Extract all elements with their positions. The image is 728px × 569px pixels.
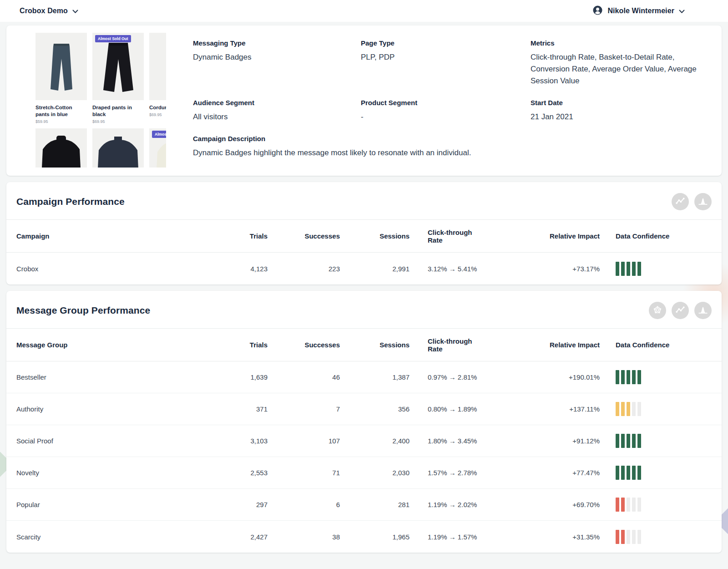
confidence-bar (621, 370, 625, 384)
confidence-bars (616, 466, 712, 480)
column-header: Sessions (340, 341, 410, 349)
field-label: Product Segment (361, 99, 531, 107)
confidence-bar (627, 434, 630, 448)
confidence-bar (627, 530, 630, 544)
column-header: Message Group (16, 341, 179, 349)
cell-trials: 4,123 (179, 265, 268, 273)
line-chart-icon (675, 196, 685, 208)
distribution-curve-icon (698, 196, 708, 208)
white-garment-image: Almost Sold Out (149, 128, 166, 168)
confidence-bar (621, 434, 625, 448)
confidence-bar (637, 434, 641, 448)
cell-successes: 38 (268, 533, 340, 541)
table-row: Bestseller1,639461,3870.97% → 2.81%+190.… (6, 361, 722, 393)
cell-data-confidence (600, 370, 712, 384)
chevron-down-icon (72, 7, 78, 15)
confidence-bar (632, 466, 636, 480)
cell-data-confidence (600, 466, 712, 480)
orange-pants-image (149, 33, 166, 100)
confidence-bar (627, 402, 630, 416)
cell-trials: 2,553 (179, 469, 268, 477)
cell-click-through-rate: 1.80% → 3.45% (410, 437, 484, 445)
info-field: Audience SegmentAll visitors (193, 99, 361, 123)
field-label: Audience Segment (193, 99, 361, 107)
campaign-performance-card: Campaign Performance CampaignTrialsSucce… (6, 182, 722, 284)
line-chart-button[interactable] (672, 302, 689, 319)
confidence-bar (632, 262, 636, 276)
cell-sessions: 2,030 (340, 469, 410, 477)
table-row: Crobox4,1232232,9913.12% → 5.41%+73.17% (6, 253, 722, 284)
user-menu[interactable]: Nikole Wintermeier (592, 5, 685, 17)
confidence-bar (627, 466, 630, 480)
column-header: Successes (268, 232, 340, 240)
field-label: Campaign Description (193, 135, 712, 142)
avatar-icon (592, 5, 603, 17)
confidence-bar (632, 498, 636, 512)
product-tile: Almost Sold Out (149, 128, 166, 168)
table-row: Novelty2,553712,0301.57% → 2.78%+77.47% (6, 457, 722, 489)
product-price: $69.95 (92, 119, 144, 124)
confidence-bar (637, 498, 641, 512)
product-tile (92, 128, 144, 168)
main-content: Stretch-Cotton pants in blue$59.95Almost… (0, 22, 728, 553)
distribution-curve-icon (698, 305, 708, 316)
radar-chart-icon (652, 305, 662, 316)
radar-chart-button[interactable] (649, 302, 666, 319)
confidence-bar (632, 530, 636, 544)
cell-click-through-rate: 1.19% → 1.57% (410, 533, 484, 541)
confidence-bar (627, 370, 630, 384)
column-header: Click-through Rate (410, 337, 484, 353)
confidence-bar (637, 262, 641, 276)
confidence-bars (616, 370, 712, 384)
cell-data-confidence (600, 498, 712, 512)
confidence-bar (616, 370, 619, 384)
cell-trials: 371 (179, 405, 268, 413)
table-row: Social Proof3,1031072,4001.80% → 3.45%+9… (6, 425, 722, 457)
product-price: $59.95 (35, 119, 87, 124)
field-value: Dynamic Badges highlight the message mos… (193, 147, 712, 159)
confidence-bar (616, 434, 619, 448)
cell-sessions: 356 (340, 405, 410, 413)
cell-successes: 46 (268, 373, 340, 381)
workspace-switcher[interactable]: Crobox Demo (20, 6, 78, 15)
confidence-bars (616, 434, 712, 448)
confidence-bar (616, 402, 619, 416)
cell-name: Crobox (16, 265, 179, 273)
cell-relative-impact: +77.47% (484, 469, 600, 477)
distribution-curve-button[interactable] (694, 302, 712, 319)
line-chart-button[interactable] (672, 193, 689, 210)
black-pants-image: Almost Sold Out (92, 33, 144, 100)
cell-data-confidence (600, 402, 712, 416)
confidence-bar (621, 530, 625, 544)
cell-trials: 2,427 (179, 533, 268, 541)
cell-successes: 107 (268, 437, 340, 445)
cell-name: Authority (16, 405, 179, 413)
product-title: Stretch-Cotton pants in blue (35, 104, 87, 118)
distribution-curve-button[interactable] (694, 193, 712, 210)
field-value: All visitors (193, 111, 361, 123)
info-field: Page TypePLP, PDP (361, 39, 531, 87)
cell-name: Social Proof (16, 437, 179, 445)
cell-click-through-rate: 0.97% → 2.81% (410, 373, 484, 381)
cell-sessions: 281 (340, 501, 410, 508)
cell-name: Scarcity (16, 533, 179, 541)
confidence-bar (621, 402, 625, 416)
cell-relative-impact: +137.11% (484, 405, 600, 413)
confidence-bar (621, 262, 625, 276)
navy-blouse-image (92, 128, 144, 168)
cell-name: Popular (16, 501, 179, 508)
cell-trials: 297 (179, 501, 268, 508)
info-field: Product Segment- (361, 99, 531, 123)
confidence-bar (637, 530, 641, 544)
cell-successes: 223 (268, 265, 340, 273)
table-row: Scarcity2,427381,9651.19% → 1.57%+31.35% (6, 521, 722, 553)
product-price: $69.95 (149, 112, 166, 117)
field-label: Page Type (361, 39, 531, 47)
user-name: Nikole Wintermeier (607, 7, 674, 15)
field-value: PLP, PDP (361, 51, 531, 63)
almost-sold-out-badge: Almost Sold Out (152, 131, 166, 138)
cell-click-through-rate: 1.57% → 2.78% (410, 469, 484, 477)
column-header: Relative Impact (484, 341, 600, 349)
column-header: Campaign (16, 232, 179, 240)
confidence-bar (627, 262, 630, 276)
